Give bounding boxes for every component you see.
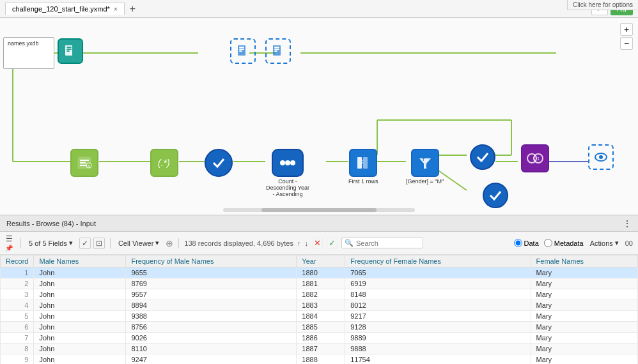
results-table: RecordMale NamesFrequency of Male NamesY… xyxy=(0,255,638,364)
svg-text:≡: ≡ xyxy=(88,163,90,168)
column-header-1[interactable]: Male Names xyxy=(34,255,126,268)
db-node-box: names.yxdb xyxy=(3,37,54,69)
search-box: 🔍 xyxy=(341,238,423,248)
results-table-container: RecordMale NamesFrequency of Male NamesY… xyxy=(0,255,638,364)
records-info: 138 records displayed, 4,696 bytes xyxy=(184,239,293,247)
results-menu-icon[interactable]: ⋮ xyxy=(623,218,632,229)
zoom-in-button[interactable]: + xyxy=(620,23,633,36)
svg-marker-46 xyxy=(419,158,431,169)
tab-close-icon[interactable]: × xyxy=(114,6,118,13)
sort-asc-icon[interactable]: ↑ xyxy=(297,239,301,247)
fields-label: 5 of 5 Fields xyxy=(29,239,67,247)
table-cell-8-2: 9247 xyxy=(126,354,297,365)
search-icon: 🔍 xyxy=(345,239,354,247)
svg-rect-31 xyxy=(274,50,277,52)
metadata-radio-label[interactable]: Metadata xyxy=(544,239,584,247)
formula-node[interactable]: ≡ xyxy=(70,149,98,177)
table-cell-6-1: John xyxy=(34,333,126,344)
table-cell-3-0: 4 xyxy=(1,300,34,311)
table-cell-8-5: Mary xyxy=(531,354,637,365)
browse-node[interactable] xyxy=(588,144,614,170)
table-cell-6-5: Mary xyxy=(531,333,637,344)
page-info: 00 xyxy=(625,239,633,247)
table-row[interactable]: 2John876918816919Mary xyxy=(1,278,638,289)
table-cell-3-4: 8012 xyxy=(345,300,531,311)
check-node1[interactable] xyxy=(470,144,495,170)
table-row[interactable]: 9John9247188811754Mary xyxy=(1,354,638,365)
table-cell-7-1: John xyxy=(34,344,126,354)
table-cell-2-1: John xyxy=(34,289,126,300)
search-input[interactable] xyxy=(356,239,420,247)
table-cell-4-5: Mary xyxy=(531,311,637,322)
column-header-5[interactable]: Female Names xyxy=(531,255,637,268)
table-cell-6-3: 1886 xyxy=(297,333,345,344)
zoom-controls: + − xyxy=(620,23,633,50)
column-header-2[interactable]: Frequency of Male Names xyxy=(126,255,297,268)
top-bar: challenge_120_start_file.yxmd* × + Click… xyxy=(0,0,638,18)
table-cell-8-4: 11754 xyxy=(345,354,531,365)
table-cell-3-2: 8894 xyxy=(126,300,297,311)
table-cell-0-5: Mary xyxy=(531,268,637,278)
list-icon[interactable]: ☰ xyxy=(6,234,13,243)
check-icon[interactable]: ✓ xyxy=(79,238,91,249)
table-cell-4-1: John xyxy=(34,311,126,322)
pin-icon[interactable]: 📌 xyxy=(5,245,13,252)
data-radio[interactable] xyxy=(514,239,522,247)
table-cell-7-3: 1887 xyxy=(297,344,345,354)
table-cell-6-2: 9026 xyxy=(126,333,297,344)
table-cell-1-5: Mary xyxy=(531,278,637,289)
svg-rect-20 xyxy=(66,47,72,48)
sample-node[interactable]: First 1 rows xyxy=(348,149,378,185)
input-node-top3[interactable] xyxy=(265,38,291,64)
svg-point-40 xyxy=(285,160,290,165)
actions-chevron: ▾ xyxy=(615,239,619,247)
table-cell-5-3: 1885 xyxy=(297,322,345,333)
connections-svg xyxy=(0,18,638,215)
clear-icon[interactable]: ✕ xyxy=(312,238,323,248)
join-node[interactable]: 1:1 xyxy=(521,144,549,172)
metadata-radio[interactable] xyxy=(544,239,552,247)
cell-viewer-selector[interactable]: Cell Viewer ▾ xyxy=(116,238,162,248)
filter-node1[interactable] xyxy=(205,149,233,177)
confirm-icon[interactable]: ✓ xyxy=(327,238,338,248)
sep2 xyxy=(110,238,111,248)
column-header-0[interactable]: Record xyxy=(1,255,34,268)
results-title: Results - Browse (84) - Input xyxy=(6,220,96,227)
svg-point-41 xyxy=(290,160,295,165)
results-panel: Results - Browse (84) - Input ⋮ ☰ 📌 5 of… xyxy=(0,216,638,364)
filter-node2[interactable]: T F [Gender] = "M" xyxy=(406,149,444,185)
regex-node[interactable]: (.*) xyxy=(150,149,178,177)
table-row[interactable]: 6John875618859128Mary xyxy=(1,322,638,333)
file-tab[interactable]: challenge_120_start_file.yxmd* × xyxy=(5,3,125,15)
tab-label: challenge_120_start_file.yxmd* xyxy=(12,5,110,13)
sep1 xyxy=(20,238,21,248)
add-tab-button[interactable]: + xyxy=(130,3,136,15)
fields-selector[interactable]: 5 of 5 Fields ▾ xyxy=(26,238,75,248)
column-header-3[interactable]: Year xyxy=(297,255,345,268)
click-options-label[interactable]: Click here for options xyxy=(567,0,638,10)
check-node2[interactable] xyxy=(483,183,508,208)
copy-icon[interactable]: ⊡ xyxy=(93,238,105,249)
table-row[interactable]: 4John889418838012Mary xyxy=(1,300,638,311)
input-node-top2[interactable] xyxy=(230,38,256,64)
input-node-top[interactable] xyxy=(58,38,83,64)
table-row[interactable]: 1John965518807065Mary xyxy=(1,268,638,278)
actions-dropdown[interactable]: Actions ▾ xyxy=(587,238,621,248)
data-radio-label[interactable]: Data xyxy=(514,239,539,247)
svg-rect-25 xyxy=(239,47,244,48)
fields-chevron: ▾ xyxy=(69,239,73,247)
multirow-node[interactable]: Count - Descending Year - Ascending xyxy=(265,149,310,197)
table-row[interactable]: 7John902618869889Mary xyxy=(1,333,638,344)
sort-desc-icon[interactable]: ↓ xyxy=(304,239,308,247)
table-row[interactable]: 3John955718828148Mary xyxy=(1,289,638,300)
table-row[interactable]: 5John938818849217Mary xyxy=(1,311,638,322)
column-header-4[interactable]: Frequency of Female Names xyxy=(345,255,531,268)
table-cell-8-0: 9 xyxy=(1,354,34,365)
table-row[interactable]: 8John811018879888Mary xyxy=(1,344,638,354)
cell-viewer-label: Cell Viewer xyxy=(118,239,153,247)
table-cell-3-5: Mary xyxy=(531,300,637,311)
table-cell-1-3: 1881 xyxy=(297,278,345,289)
table-cell-0-3: 1880 xyxy=(297,268,345,278)
table-cell-7-5: Mary xyxy=(531,344,637,354)
zoom-out-button[interactable]: − xyxy=(620,37,633,50)
